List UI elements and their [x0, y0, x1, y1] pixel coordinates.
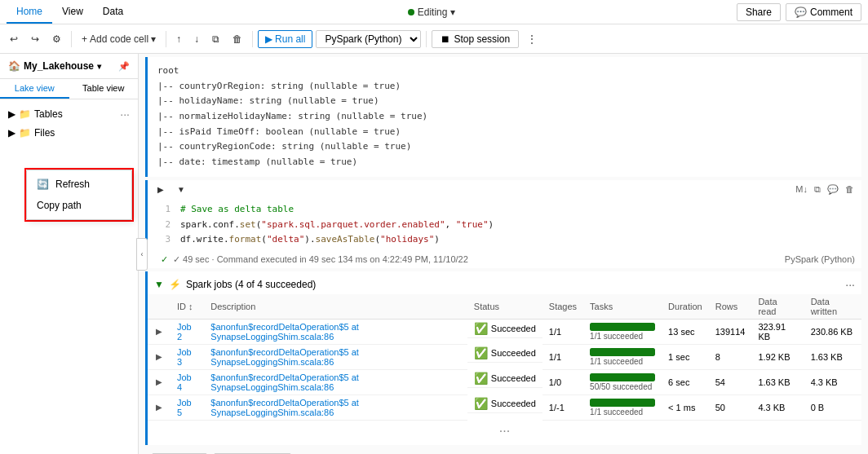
cell-5-comment-btn[interactable]: 💬	[825, 183, 841, 196]
files-label: Files	[34, 127, 55, 139]
ctx-copy-path[interactable]: Copy path	[27, 195, 131, 216]
code-line-3: 3 df.write.format("delta").saveAsTable("…	[157, 232, 861, 248]
tab-home[interactable]: Home	[7, 1, 52, 24]
schema-field-2: |-- normalizeHolidayName: string (nullab…	[157, 109, 852, 125]
comment-label: Comment	[810, 7, 852, 18]
expand-job-button[interactable]: ▶	[154, 350, 164, 363]
comment-icon: 💬	[795, 7, 807, 18]
schema-field-4: |-- countryRegionCode: string (nullable …	[157, 139, 852, 155]
job-id-link[interactable]: Job 2	[177, 322, 192, 342]
spark-more-button[interactable]: ···	[845, 278, 855, 291]
job-status: Succeeded	[491, 348, 536, 358]
tab-view[interactable]: View	[52, 1, 93, 24]
add-code-button[interactable]: + Add code cell ▾	[77, 30, 161, 48]
col-id[interactable]: ID ↕	[170, 294, 204, 320]
tab-data[interactable]: Data	[93, 1, 133, 24]
undo-button[interactable]: ↩	[5, 30, 23, 48]
chevron-right-icon: ▶	[8, 108, 16, 120]
lakehouse-icon: 🏠	[8, 60, 20, 72]
refresh-label: Refresh	[55, 179, 90, 190]
code-lines-5: 1 # Save as delta table 2 spark.conf.set…	[148, 199, 861, 251]
cell-5-actions: M↓ ⧉ 💬 🗑	[793, 183, 857, 196]
col-expand	[148, 294, 170, 320]
spark-jobs-header[interactable]: ▼ ⚡ Spark jobs (4 of 4 succeeded) ···	[148, 275, 861, 294]
delete-cell-button[interactable]: 🗑	[228, 30, 247, 48]
chevron-right-icon-2: ▶	[8, 127, 16, 139]
spark-jobs-section: ▼ ⚡ Spark jobs (4 of 4 succeeded) ··· ID…	[145, 271, 861, 445]
cell-5-markdown-btn[interactable]: M↓	[793, 183, 810, 196]
job-tasks: 1/1 succeeded	[583, 394, 662, 420]
cell-5-status: ✓ ✓ 49 sec · Command executed in 49 sec …	[154, 253, 475, 267]
job-desc-link[interactable]: $anonfun$recordDeltaOperation$5 at Synap…	[210, 372, 359, 392]
share-button[interactable]: Share	[737, 3, 781, 21]
expand-job-button[interactable]: ▶	[154, 325, 164, 337]
job-data-written: 230.86 KB	[804, 319, 861, 344]
job-data-read: 1.63 KB	[751, 369, 804, 394]
line-content-1: # Save as delta table	[180, 202, 294, 218]
move-up-button[interactable]: ↑	[171, 30, 186, 48]
add-code-label: Add code cell	[90, 33, 148, 45]
lakehouse-chevron: ▾	[97, 62, 101, 71]
job-stages: 1/0	[542, 369, 583, 394]
job-duration: 13 sec	[662, 319, 709, 344]
sidebar-collapse-button[interactable]: ‹	[136, 238, 148, 271]
job-id-link[interactable]: Job 5	[177, 398, 192, 417]
ctx-refresh[interactable]: 🔄 Refresh	[27, 174, 131, 195]
table-row: ▶ Job 4 $anonfun$recordDeltaOperation$5 …	[148, 369, 861, 394]
table-row: ▶ Job 2 $anonfun$recordDeltaOperation$5 …	[148, 319, 861, 344]
job-desc-link[interactable]: $anonfun$recordDeltaOperation$5 at Synap…	[210, 322, 359, 342]
cell-5-status-text: ✓ 49 sec · Command executed in 49 sec 13…	[173, 254, 468, 265]
col-tasks: Tasks	[583, 294, 662, 320]
code-cell-5: ▶ ▼ M↓ ⧉ 💬 🗑 1 # Save as delta table 2 s…	[145, 180, 861, 268]
more-options-button[interactable]: ⋮	[522, 30, 542, 48]
lakehouse-pin-button[interactable]: 📌	[118, 61, 130, 72]
add-cell-bar: + + Code + + Markdown	[145, 448, 861, 454]
job-id-link[interactable]: Job 3	[177, 347, 192, 367]
job-stages: 1/1	[542, 344, 583, 369]
cell-5-delete-btn[interactable]: 🗑	[843, 183, 857, 196]
expand-job-button[interactable]: ▶	[154, 376, 164, 388]
move-down-button[interactable]: ↓	[189, 30, 204, 48]
cell-5-copy-btn[interactable]: ⧉	[812, 183, 823, 196]
spark-collapse-icon: ▼	[154, 279, 164, 290]
job-data-read: 323.91 KB	[751, 319, 804, 344]
comment-button[interactable]: 💬 Comment	[786, 3, 861, 21]
status-check-icon: ✓	[161, 254, 168, 265]
sidebar-tab-lake[interactable]: Lake view	[0, 79, 69, 99]
editing-dot	[408, 9, 414, 15]
success-icon: ✅	[474, 322, 488, 335]
schema-output: root |-- countryOrRegion: string (nullab…	[148, 60, 861, 174]
context-menu-box: 🔄 Refresh Copy path	[26, 170, 132, 220]
job-status: Succeeded	[491, 373, 536, 383]
top-bar: Home View Data Editing ▾ Share 💬 Comment	[0, 0, 868, 24]
expand-job-button[interactable]: ▶	[154, 401, 164, 413]
job-desc-link[interactable]: $anonfun$recordDeltaOperation$5 at Synap…	[210, 398, 359, 417]
stop-session-label: Stop session	[454, 33, 510, 45]
sidebar-item-files[interactable]: ▶ 📁 Files	[0, 124, 138, 142]
job-desc-link[interactable]: $anonfun$recordDeltaOperation$5 at Synap…	[210, 347, 359, 367]
col-stages: Stages	[542, 294, 583, 320]
copy-path-label: Copy path	[37, 200, 82, 211]
line-content-2: spark.conf.set("spark.sql.parquet.vorder…	[180, 218, 494, 233]
settings-button[interactable]: ⚙	[47, 30, 66, 48]
job-tasks: 1/1 succeeded	[583, 344, 662, 369]
play-icon: ▶	[265, 33, 272, 45]
spark-table-head: ID ↕ Description Status Stages Tasks Dur…	[148, 294, 861, 320]
run-all-button[interactable]: ▶ Run all	[258, 30, 312, 48]
main-layout: 🏠 My_Lakehouse ▾ 📌 Lake view Table view …	[0, 54, 868, 454]
sidebar-item-tables[interactable]: ▶ 📁 Tables ···	[0, 104, 138, 124]
redo-button[interactable]: ↪	[26, 30, 44, 48]
toolbar-sep-3	[252, 31, 253, 47]
stop-session-button[interactable]: ⏹ Stop session	[432, 30, 519, 48]
cell-5-toggle-button[interactable]: ▼	[172, 182, 190, 197]
spark-more-rows: ···	[148, 421, 861, 442]
job-id-link[interactable]: Job 4	[177, 372, 192, 392]
stop-icon: ⏹	[441, 33, 450, 45]
sidebar-tab-table[interactable]: Table view	[69, 79, 139, 99]
copy-cells-button[interactable]: ⧉	[207, 30, 224, 48]
kernel-select[interactable]: PySpark (Python)	[316, 30, 421, 48]
code-line-1: 1 # Save as delta table	[157, 202, 861, 218]
tables-more-icon[interactable]: ···	[120, 108, 130, 121]
cell-5-run-button[interactable]: ▶	[153, 182, 169, 197]
line-content-3: df.write.format("delta").saveAsTable("ho…	[180, 232, 440, 248]
